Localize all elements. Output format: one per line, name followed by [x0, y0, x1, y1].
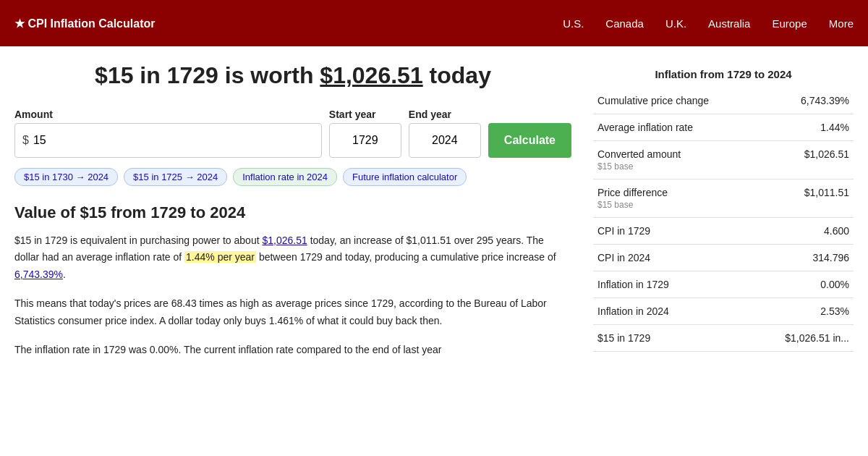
p1-link2[interactable]: 6,743.39% [14, 269, 63, 280]
nav-australia[interactable]: Australia [708, 17, 750, 30]
hero-suffix: today [423, 62, 491, 88]
row-label-2: Converted amount $15 base [593, 141, 759, 180]
table-row: Average inflation rate 1.44% [593, 114, 854, 141]
row-label-0: Cumulative price change [593, 88, 759, 114]
p1-highlight: 1.44% per year [184, 251, 256, 263]
start-year-input[interactable] [329, 123, 401, 158]
row-sub-label-2: $15 base [597, 161, 747, 172]
row-value-7: 2.53% [759, 298, 854, 325]
paragraph-1: $15 in 1729 is equivalent in purchasing … [14, 232, 571, 284]
sidebar: Inflation from 1729 to 2024 Cumulative p… [593, 61, 854, 370]
end-year-field: End year [409, 109, 481, 158]
p1-link[interactable]: $1,026.51 [262, 235, 307, 246]
main-content: $15 in 1729 is worth $1,026.51 today Amo… [14, 61, 571, 370]
hero-amount: $1,026.51 [320, 62, 422, 88]
row-label-8: $15 in 1729 [593, 325, 759, 352]
table-row: $15 in 1729 $1,026.51 in... [593, 325, 854, 352]
paragraph-3: The inflation rate in 1729 was 0.00%. Th… [14, 342, 571, 359]
navbar-links: U.S. Canada U.K. Australia Europe More [563, 17, 854, 30]
row-label-6: Inflation in 1729 [593, 271, 759, 298]
nav-europe[interactable]: Europe [772, 17, 807, 30]
row-value-0: 6,743.39% [759, 88, 854, 114]
start-year-label: Start year [329, 109, 401, 120]
amount-label: Amount [14, 109, 322, 120]
start-year-field: Start year [329, 109, 401, 158]
page-wrapper: $15 in 1729 is worth $1,026.51 today Amo… [0, 46, 868, 370]
row-sub-label-3: $15 base [597, 200, 747, 210]
brand-text: ★ CPI Inflation Calculator [14, 17, 155, 30]
amount-field: Amount $ [14, 109, 322, 158]
sidebar-table: Inflation from 1729 to 2024 Cumulative p… [593, 61, 854, 352]
row-value-8: $1,026.51 in... [759, 325, 854, 352]
calculate-button[interactable]: Calculate [488, 123, 571, 158]
table-row: Converted amount $15 base $1,026.51 [593, 141, 854, 180]
quick-link-0[interactable]: $15 in 1730 → 2024 [14, 168, 118, 186]
quick-link-2[interactable]: Inflation rate in 2024 [233, 168, 337, 186]
section-heading: Value of $15 from 1729 to 2024 [14, 203, 571, 222]
quick-links: $15 in 1730 → 2024 $15 in 1725 → 2024 In… [14, 168, 571, 186]
row-label-4: CPI in 1729 [593, 218, 759, 245]
row-value-2: $1,026.51 [759, 141, 854, 180]
end-year-input[interactable] [409, 123, 481, 158]
table-row: Price difference $15 base $1,011.51 [593, 180, 854, 218]
table-row: CPI in 1729 4.600 [593, 218, 854, 245]
row-value-4: 4.600 [759, 218, 854, 245]
row-value-6: 0.00% [759, 271, 854, 298]
nav-uk[interactable]: U.K. [665, 17, 686, 30]
nav-more[interactable]: More [829, 17, 854, 30]
table-row: Cumulative price change 6,743.39% [593, 88, 854, 114]
row-value-1: 1.44% [759, 114, 854, 141]
end-year-label: End year [409, 109, 481, 120]
sidebar-tbody: Cumulative price change 6,743.39% Averag… [593, 88, 854, 352]
row-value-5: 314.796 [759, 245, 854, 271]
quick-link-1[interactable]: $15 in 1725 → 2024 [124, 168, 227, 186]
dollar-sign: $ [22, 134, 29, 147]
nav-canada[interactable]: Canada [605, 17, 644, 30]
row-label-3: Price difference $15 base [593, 180, 759, 218]
row-label-5: CPI in 2024 [593, 245, 759, 271]
sidebar-caption: Inflation from 1729 to 2024 [593, 61, 854, 88]
navbar: ★ CPI Inflation Calculator U.S. Canada U… [0, 0, 868, 46]
row-label-7: Inflation in 2024 [593, 298, 759, 325]
paragraph-2: This means that today's prices are 68.43… [14, 295, 571, 330]
quick-link-3[interactable]: Future inflation calculator [343, 168, 467, 186]
p3-plain1: The inflation rate in 1729 was 0.00%. Th… [14, 344, 441, 355]
p1-plain1: $15 in 1729 is equivalent in purchasing … [14, 235, 262, 246]
row-value-3: $1,011.51 [759, 180, 854, 218]
table-row: Inflation in 2024 2.53% [593, 298, 854, 325]
amount-input-wrapper: $ [14, 123, 322, 158]
hero-heading: $15 in 1729 is worth $1,026.51 today [14, 61, 571, 91]
table-row: Inflation in 1729 0.00% [593, 271, 854, 298]
table-row: CPI in 2024 314.796 [593, 245, 854, 271]
calculator-form: Amount $ Start year End year Calculate [14, 109, 571, 158]
hero-prefix: $15 in 1729 is worth [95, 62, 320, 88]
nav-us[interactable]: U.S. [563, 17, 584, 30]
navbar-brand[interactable]: ★ CPI Inflation Calculator [14, 17, 563, 30]
p1-plain3: between 1729 and today, producing a cumu… [256, 251, 556, 263]
p1-plain4: . [63, 269, 66, 280]
row-label-1: Average inflation rate [593, 114, 759, 141]
amount-input[interactable] [33, 134, 314, 147]
